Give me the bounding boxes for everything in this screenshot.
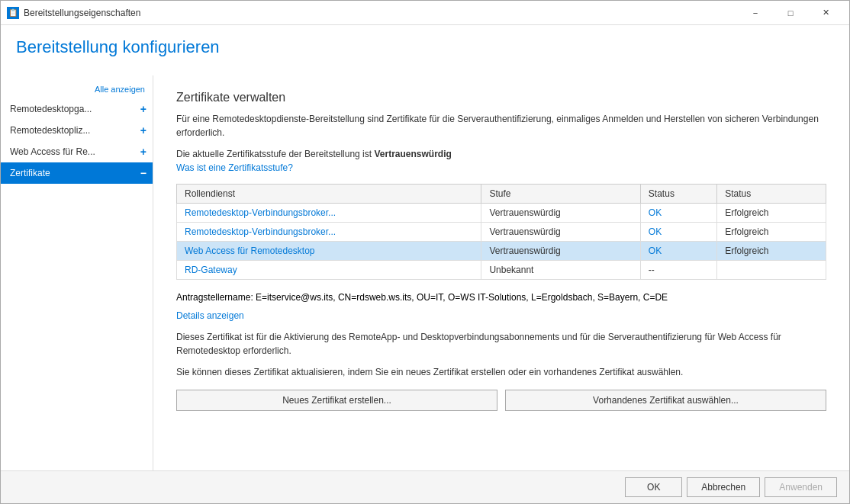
sidebar: Alle anzeigen Remotedesktopga... + Remot… (1, 75, 153, 470)
sidebar-item-webaccess[interactable]: Web Access für Re... + (1, 141, 153, 162)
cell-status2 (717, 261, 826, 280)
new-cert-button[interactable]: Neues Zertifikat erstellen... (176, 390, 497, 411)
cell-status1: OK (640, 242, 716, 261)
cell-stufe: Vertrauenswürdig (481, 204, 640, 223)
main-panel: Zertifikate verwalten Für eine Remotedes… (153, 75, 849, 470)
cell-status2: Erfolgreich (717, 223, 826, 242)
apply-button[interactable]: Anwenden (765, 477, 837, 497)
title-bar-left: 📋 Bereitstellungseigenschaften (7, 7, 140, 19)
footer: OK Abbrechen Anwenden (1, 470, 849, 503)
col-header-stufe: Stufe (481, 185, 640, 204)
minus-icon-3: − (140, 167, 146, 179)
cell-stufe: Vertrauenswürdig (481, 223, 640, 242)
existing-cert-button[interactable]: Vorhandenes Zertifikat auswählen... (505, 390, 826, 411)
col-header-status2: Status (717, 185, 826, 204)
app-icon: 📋 (7, 7, 19, 19)
cell-status1: -- (640, 261, 716, 280)
ok-button[interactable]: OK (625, 477, 682, 497)
maximize-button[interactable]: □ (773, 1, 808, 25)
cell-status1: OK (640, 204, 716, 223)
cell-status2: Erfolgreich (717, 204, 826, 223)
cell-rollendienst[interactable]: Remotedesktop-Verbindungsbroker... (177, 204, 481, 223)
cell-status1: OK (640, 223, 716, 242)
plus-icon-0: + (140, 103, 146, 115)
sidebar-all-link[interactable]: Alle anzeigen (1, 83, 153, 98)
cert-level-container: Die aktuelle Zertifikatsstufe der Bereit… (176, 149, 826, 159)
info-text-1: Dieses Zertifikat ist für die Aktivierun… (176, 330, 825, 358)
plus-icon-2: + (140, 146, 146, 158)
sidebar-item-remotedesktopliz[interactable]: Remotedesktopliz... + (1, 120, 153, 141)
cell-rollendienst[interactable]: Web Access für Remotedesktop (177, 242, 481, 261)
title-bar: 📋 Bereitstellungseigenschaften − □ ✕ (1, 1, 849, 25)
cell-stufe: Vertrauenswürdig (481, 242, 640, 261)
minimize-button[interactable]: − (738, 1, 773, 25)
button-row: Neues Zertifikat erstellen... Vorhandene… (176, 390, 826, 411)
table-row[interactable]: Remotedesktop-Verbindungsbroker...Vertra… (177, 204, 826, 223)
cell-rollendienst[interactable]: Remotedesktop-Verbindungsbroker... (177, 223, 481, 242)
sidebar-label-remotedesktopga: Remotedesktopga... (10, 104, 92, 114)
cell-rollendienst[interactable]: RD-Gateway (177, 261, 481, 280)
section-title: Zertifikate verwalten (176, 91, 826, 104)
col-header-rollendienst: Rollendienst (177, 185, 481, 204)
antrag-value: E=itservice@ws.its, CN=rdsweb.ws.its, OU… (256, 292, 668, 303)
table-row[interactable]: Remotedesktop-Verbindungsbroker...Vertra… (177, 223, 826, 242)
info-text-2: Sie können dieses Zertifikat aktualisier… (176, 365, 825, 379)
content-area: Alle anzeigen Remotedesktopga... + Remot… (1, 75, 849, 470)
cert-level-value: Vertrauenswürdig (374, 149, 451, 159)
details-link[interactable]: Details anzeigen (176, 310, 244, 321)
cert-level-label: Die aktuelle Zertifikatsstufe der Bereit… (176, 149, 372, 159)
antrag-label: Antragstellername: (176, 292, 253, 303)
main-window: 📋 Bereitstellungseigenschaften − □ ✕ Ber… (0, 0, 850, 504)
col-header-status1: Status (640, 185, 716, 204)
window-title: Bereitstellungseigenschaften (24, 8, 140, 18)
title-bar-controls: − □ ✕ (738, 1, 843, 25)
description-text: Für eine Remotedesktopdienste-Bereitstel… (176, 112, 825, 140)
cert-table: Rollendienst Stufe Status Status Remoted… (176, 184, 826, 280)
close-button[interactable]: ✕ (808, 1, 843, 25)
cancel-button[interactable]: Abbrechen (687, 477, 760, 497)
sidebar-item-remotedesktopga[interactable]: Remotedesktopga... + (1, 98, 153, 120)
plus-icon-1: + (140, 124, 146, 136)
cell-status2: Erfolgreich (717, 242, 826, 261)
table-row[interactable]: Web Access für RemotedesktopVertrauenswü… (177, 242, 826, 261)
antrag-section: Antragstellername: E=itservice@ws.its, C… (176, 292, 826, 303)
sidebar-label-webaccess: Web Access für Re... (10, 146, 95, 157)
table-row[interactable]: RD-GatewayUnbekannt-- (177, 261, 826, 280)
sidebar-label-zertifikate: Zertifikate (10, 168, 50, 178)
sidebar-item-zertifikate[interactable]: Zertifikate − (1, 162, 153, 184)
what-is-link[interactable]: Was ist eine Zertifikatsstufe? (176, 162, 293, 173)
sidebar-label-remotedesktopliz: Remotedesktopliz... (10, 125, 90, 136)
cell-stufe: Unbekannt (481, 261, 640, 280)
page-title: Bereitstellung konfigurieren (16, 37, 834, 57)
